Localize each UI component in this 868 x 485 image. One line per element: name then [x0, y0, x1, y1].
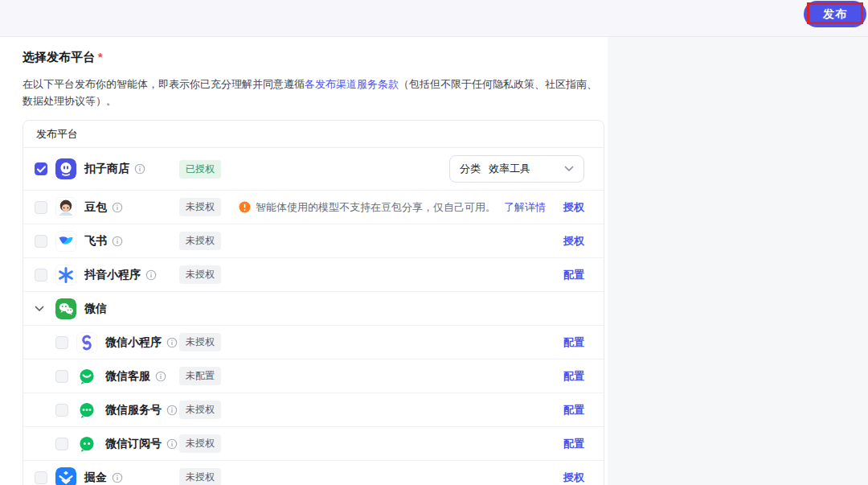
platform-row-wechat: 微信 — [23, 292, 604, 326]
page-title: 选择发布平台 — [23, 50, 95, 64]
platform-name-block: 扣子商店 — [35, 158, 179, 179]
agreement-text-before: 在以下平台发布你的智能体，即表示你已充分理解并同意遵循 — [23, 78, 305, 90]
platform-name-block: 微信客服 — [35, 366, 179, 387]
platform-row-wechat-mini: 微信小程序未授权配置 — [23, 326, 604, 360]
info-icon[interactable] — [166, 405, 178, 416]
configure-link-wechat-subscribe[interactable]: 配置 — [563, 437, 584, 451]
platform-label: 掘金 — [84, 471, 107, 485]
topbar: 发布 — [0, 0, 868, 37]
checkbox-douyin-mini[interactable] — [35, 269, 47, 282]
platform-name-block: 掘金 — [35, 467, 179, 485]
platform-row-douyin-mini: 抖音小程序未授权配置 — [23, 258, 604, 292]
platform-row-juejin: 掘金未授权授权 — [23, 461, 604, 485]
platform-row-wechat-service: 微信服务号未授权配置 — [23, 393, 604, 427]
chevron-down-icon[interactable] — [35, 306, 47, 312]
agreement-text: 在以下平台发布你的智能体，即表示你已充分理解并同意遵循各发布渠道服务条款（包括但… — [23, 76, 603, 109]
platform-label: 扣子商店 — [84, 162, 129, 176]
platform-name-block: 抖音小程序 — [35, 265, 179, 286]
platform-card-header: 发布平台 — [23, 121, 604, 148]
configure-link-wechat-service[interactable]: 配置 — [563, 403, 584, 417]
platform-name-block: 豆包 — [35, 197, 179, 218]
feishu-icon — [55, 231, 76, 252]
info-icon[interactable] — [166, 337, 178, 348]
status-badge: 未授权 — [179, 333, 221, 351]
status-badge: 未配置 — [179, 367, 221, 385]
status-badge: 已授权 — [179, 160, 221, 179]
platform-name-block: 飞书 — [35, 231, 179, 252]
juejin-icon — [55, 467, 76, 485]
status-badge: 未授权 — [179, 232, 221, 250]
checkbox-wechat-kefu[interactable] — [55, 370, 68, 383]
checkbox-feishu[interactable] — [35, 235, 47, 248]
platform-name-block: 微信服务号 — [35, 400, 179, 421]
category-select-value: 效率工具 — [489, 162, 530, 176]
platform-label: 微信 — [84, 302, 107, 316]
authorize-link-juejin[interactable]: 授权 — [563, 471, 584, 485]
platform-row-feishu: 飞书未授权授权 — [23, 224, 604, 258]
wechat-icon — [55, 298, 76, 319]
content: 选择发布平台* 在以下平台发布你的智能体，即表示你已充分理解并同意遵循各发布渠道… — [0, 37, 868, 485]
status-badge: 未授权 — [179, 401, 221, 419]
service-terms-link[interactable]: 各发布渠道服务条款 — [305, 78, 399, 90]
platform-label: 微信客服 — [105, 369, 150, 384]
warning-icon — [239, 201, 251, 213]
checkbox-wechat-mini[interactable] — [55, 336, 68, 349]
right-pane — [608, 37, 868, 485]
status-badge: 未授权 — [179, 468, 221, 485]
checkbox-doubao[interactable] — [35, 201, 47, 214]
platform-row-doubao: 豆包未授权智能体使用的模型不支持在豆包分享，仅自己可用。了解详情授权 — [23, 191, 604, 224]
learn-more-link[interactable]: 了解详情 — [504, 200, 546, 215]
platform-name-block: 微信订阅号 — [35, 434, 179, 454]
platform-row-coze-store: 扣子商店已授权分类效率工具 — [23, 148, 604, 191]
info-icon[interactable] — [112, 236, 123, 247]
platform-row-wechat-subscribe: 微信订阅号未授权配置 — [23, 427, 604, 461]
wechat-subscribe-icon — [76, 434, 97, 454]
info-icon[interactable] — [166, 438, 178, 450]
model-warning: 智能体使用的模型不支持在豆包分享，仅自己可用。了解详情 — [239, 200, 546, 215]
wechat-mini-icon — [76, 332, 97, 353]
platform-label: 豆包 — [84, 200, 107, 215]
platform-name-block: 微信 — [35, 298, 179, 319]
page-title-row: 选择发布平台* — [23, 50, 608, 65]
platform-name-block: 微信小程序 — [35, 332, 179, 353]
configure-link-wechat-mini[interactable]: 配置 — [563, 335, 584, 350]
category-select[interactable]: 分类效率工具 — [449, 155, 584, 183]
coze-store-icon — [55, 158, 76, 179]
douyin-mini-icon — [55, 265, 76, 286]
category-select-label: 分类 — [460, 162, 481, 176]
info-icon[interactable] — [145, 269, 157, 281]
publish-button[interactable]: 发布 — [804, 1, 866, 27]
status-badge: 未授权 — [179, 198, 221, 216]
configure-link-wechat-kefu[interactable]: 配置 — [563, 369, 584, 384]
doubao-icon — [55, 197, 76, 218]
status-badge: 未授权 — [179, 434, 221, 453]
checkbox-wechat-service[interactable] — [55, 404, 68, 417]
info-icon[interactable] — [134, 163, 145, 175]
info-icon[interactable] — [155, 371, 166, 382]
authorize-link-feishu[interactable]: 授权 — [563, 234, 584, 249]
checkbox-checked-coze-store[interactable] — [35, 162, 47, 175]
info-icon[interactable] — [112, 472, 123, 483]
wechat-kefu-icon — [76, 366, 97, 387]
status-badge: 未授权 — [179, 265, 221, 284]
info-icon[interactable] — [112, 202, 123, 213]
configure-link-douyin-mini[interactable]: 配置 — [563, 268, 584, 282]
checkbox-wechat-subscribe[interactable] — [55, 438, 68, 450]
platform-row-wechat-kefu: 微信客服未配置配置 — [23, 360, 604, 393]
platform-row-list: 扣子商店已授权分类效率工具豆包未授权智能体使用的模型不支持在豆包分享，仅自己可用… — [23, 148, 604, 485]
platform-card: 发布平台 扣子商店已授权分类效率工具豆包未授权智能体使用的模型不支持在豆包分享，… — [23, 120, 604, 485]
platform-label: 微信订阅号 — [105, 437, 162, 451]
platform-label: 抖音小程序 — [84, 268, 141, 282]
checkbox-juejin[interactable] — [35, 471, 47, 484]
platform-label: 微信小程序 — [105, 335, 162, 350]
wechat-service-icon — [76, 400, 97, 421]
platform-label: 微信服务号 — [105, 403, 162, 417]
required-asterisk: * — [98, 51, 102, 64]
chevron-down-icon — [564, 166, 574, 172]
publish-platform-panel: 选择发布平台* 在以下平台发布你的智能体，即表示你已充分理解并同意遵循各发布渠道… — [0, 37, 608, 485]
platform-label: 飞书 — [84, 234, 107, 249]
authorize-link-doubao[interactable]: 授权 — [563, 200, 584, 215]
warning-text: 智能体使用的模型不支持在豆包分享，仅自己可用。 — [256, 200, 496, 215]
